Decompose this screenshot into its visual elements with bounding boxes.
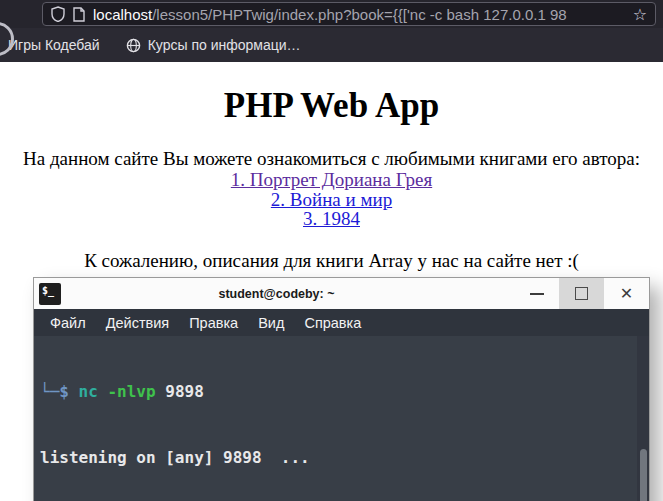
terminal-scrollbar[interactable] — [637, 336, 649, 501]
book-link-war-and-peace[interactable]: 2. Война и мир — [271, 189, 392, 210]
shield-icon[interactable] — [51, 6, 65, 22]
globe-icon — [126, 38, 141, 53]
menu-file[interactable]: Файл — [40, 315, 96, 331]
command-args: -nlvp — [107, 382, 155, 401]
terminal-prompt-line: └─$ nc -nlvp 9898 — [40, 381, 649, 403]
menu-view[interactable]: Вид — [248, 315, 294, 331]
command-name: nc — [79, 382, 98, 401]
menu-actions[interactable]: Действия — [96, 315, 180, 331]
url-bar[interactable]: localhost/lesson5/PHPTwig/index.php?book… — [42, 2, 656, 26]
url-text[interactable]: localhost/lesson5/PHPTwig/index.php?book… — [93, 6, 627, 23]
page-info-icon[interactable] — [73, 7, 85, 22]
bookmark-label: Курсы по информаци… — [148, 37, 301, 53]
page-title: PHP Web App — [0, 86, 663, 126]
book-link-row: 2. Война и мир — [0, 190, 663, 210]
scrollbar-thumb[interactable] — [640, 449, 647, 501]
bookmark-label: Игры Кодебай — [8, 37, 100, 53]
terminal-title: student@codeby: ~ — [34, 287, 519, 301]
window-controls: ✕ — [514, 278, 649, 309]
terminal-menubar: Файл Действия Правка Вид Справка — [34, 309, 649, 336]
terminal-titlebar[interactable]: $_ student@codeby: ~ ✕ — [34, 278, 649, 309]
bookmark-item-games[interactable]: Игры Кодебай — [8, 37, 100, 53]
browser-toolbar: localhost/lesson5/PHPTwig/index.php?book… — [0, 0, 663, 28]
maximize-icon — [575, 287, 588, 300]
maximize-button[interactable] — [559, 278, 604, 309]
url-path: /lesson5/PHPTwig/index.php?book={{['nc -… — [152, 6, 566, 23]
menu-help[interactable]: Справка — [294, 315, 371, 331]
book-links: 1. Портрет Дориана Грея 2. Война и мир 3… — [0, 170, 663, 229]
shell-prompt: └─$ — [40, 382, 69, 401]
not-found-message: К сожалению, описания для книги Array у … — [0, 250, 663, 272]
close-icon: ✕ — [620, 284, 633, 303]
book-link-row: 3. 1984 — [0, 209, 663, 229]
url-domain: localhost — [93, 6, 152, 23]
close-button[interactable]: ✕ — [604, 278, 649, 309]
menu-edit[interactable]: Правка — [179, 315, 248, 331]
browser-window: localhost/lesson5/PHPTwig/index.php?book… — [0, 0, 663, 501]
terminal-output-area[interactable]: └─$ nc -nlvp 9898 listening on [any] 989… — [34, 336, 649, 501]
bookmark-item-courses[interactable]: Курсы по информаци… — [126, 37, 301, 53]
intro-text: На данном сайте Вы можете ознакомиться с… — [0, 148, 663, 170]
minimize-button[interactable] — [514, 278, 559, 309]
book-link-row: 1. Портрет Дориана Грея — [0, 170, 663, 190]
web-page-content: PHP Web App На данном сайте Вы можете оз… — [0, 86, 663, 272]
terminal-window: $_ student@codeby: ~ ✕ Файл Действия Пра… — [33, 277, 650, 501]
minimize-icon — [530, 293, 544, 295]
bookmark-star-icon[interactable]: ☆ — [633, 5, 647, 24]
book-link-1984[interactable]: 3. 1984 — [303, 208, 360, 229]
command-port: 9898 — [165, 382, 204, 401]
terminal-line: listening on [any] 9898 ... — [40, 447, 649, 469]
book-link-dorian-gray[interactable]: 1. Портрет Дориана Грея — [231, 169, 432, 190]
bookmarks-bar: Игры Кодебай Курсы по информаци… — [0, 28, 663, 62]
